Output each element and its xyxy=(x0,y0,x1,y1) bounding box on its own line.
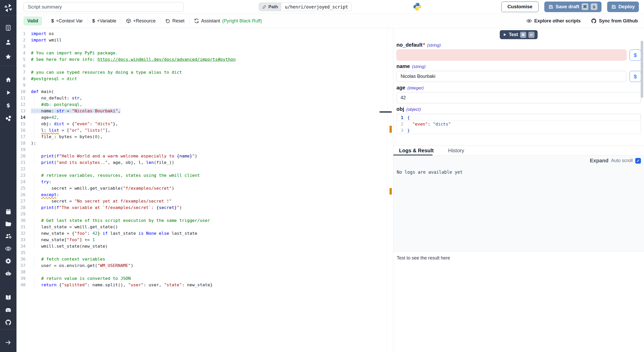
code-line[interactable]: 40 return {"splitted": name.split(), "us… xyxy=(16,282,387,288)
field-input-no_default[interactable] xyxy=(396,49,626,61)
code-line[interactable]: 34 wmill.set_state(new_state) xyxy=(16,243,387,249)
code-editor[interactable]: 1import os2import wmill34# You can impor… xyxy=(16,28,387,352)
code-line[interactable]: 3 xyxy=(16,43,387,50)
code-line[interactable]: 8#postgresql = dict xyxy=(16,76,387,82)
code-line[interactable]: 27 secret = "No secret yet at f/examples… xyxy=(16,198,387,204)
save-draft-button[interactable]: Save draft ⌘ S xyxy=(544,2,601,12)
code-line[interactable]: 25 secret = wmill.get_variable("f/exampl… xyxy=(16,185,387,191)
json-line[interactable]: 1{ xyxy=(397,114,641,121)
code-line[interactable]: 14 age=42, xyxy=(16,114,387,121)
floppy-icon xyxy=(548,4,553,9)
toolbar-explore-other-scripts[interactable]: Explore other scripts xyxy=(526,18,581,24)
sidebar-item-user[interactable] xyxy=(0,35,16,49)
windmill-logo[interactable] xyxy=(0,0,16,16)
sidebar-item-calendar[interactable] xyxy=(0,205,16,218)
field-input-age[interactable] xyxy=(396,92,641,103)
code-line[interactable]: 2import wmill xyxy=(16,37,387,43)
package-icon xyxy=(126,18,131,23)
sidebar-item-star[interactable] xyxy=(0,49,16,64)
eye-icon xyxy=(526,18,532,24)
toolbar-sync-from-github[interactable]: Sync from Github xyxy=(591,18,638,24)
code-line[interactable]: 35 xyxy=(16,249,387,256)
sidebar-item-discord[interactable] xyxy=(0,304,16,316)
code-line[interactable]: 39 # return value is converted to JSON xyxy=(16,275,387,282)
sidebar-item-play[interactable] xyxy=(0,86,16,99)
save-draft-label: Save draft xyxy=(556,4,579,10)
toolbar-item--resource[interactable]: +Resource xyxy=(121,18,160,24)
pencil-icon xyxy=(262,5,267,9)
form-scrollbar[interactable] xyxy=(641,41,643,98)
play-icon xyxy=(5,90,11,96)
customise-button[interactable]: Customise xyxy=(501,2,539,12)
code-line[interactable]: 1import os xyxy=(16,30,387,37)
sidebar-item-gear[interactable] xyxy=(0,255,16,267)
code-line-text: # You can import any PyPi package. xyxy=(31,50,118,56)
toolbar-item-assistant[interactable]: Assistant(Pyright Black Ruff) xyxy=(189,18,267,24)
json-line[interactable]: 2 "even": "dicts" xyxy=(397,121,641,127)
code-line[interactable]: 18): xyxy=(16,140,387,146)
json-line[interactable]: 3} xyxy=(397,127,641,134)
code-line[interactable]: 11 no_default: str, xyxy=(16,95,387,101)
script-summary-input[interactable] xyxy=(23,2,184,12)
expand-button[interactable]: Expand xyxy=(590,158,608,164)
code-line[interactable]: 10def main( xyxy=(16,88,387,95)
sidebar-item-book[interactable] xyxy=(0,291,16,304)
code-line[interactable]: 4# You can import any PyPi package. xyxy=(16,50,387,56)
path-button[interactable]: Path u/henri/overjoyed_script xyxy=(259,3,352,11)
toolbar-item--variable[interactable]: $+Variable xyxy=(88,18,121,24)
code-line[interactable]: 15 obj: dict = {"even": "dicts"}, xyxy=(16,121,387,127)
field-input-name[interactable] xyxy=(396,71,626,82)
autoscroll-checkbox[interactable]: ✓ xyxy=(635,158,641,164)
code-line[interactable]: 28 print(f"The variable at `f/examples/s… xyxy=(16,204,387,211)
sidebar-item-building[interactable] xyxy=(0,21,16,35)
code-line[interactable]: 12 #db: postgresql, xyxy=(16,101,387,108)
code-line[interactable]: 29 xyxy=(16,211,387,217)
toolbar-item--context-var[interactable]: $+Context Var xyxy=(47,18,87,24)
code-line[interactable]: 20 print(f"Hello World and a warm welcom… xyxy=(16,153,387,159)
insert-variable-button[interactable]: $ xyxy=(630,49,641,61)
code-line[interactable]: 36 # fetch context variables xyxy=(16,256,387,262)
code-line[interactable]: 32 new_state = {"foo": 42} if last_state… xyxy=(16,230,387,237)
line-number: 35 xyxy=(16,249,26,256)
code-line[interactable]: 17 file_: bytes = bytes(0), xyxy=(16,133,387,140)
reset-icon xyxy=(165,18,170,23)
code-line[interactable]: 24 try: xyxy=(16,179,387,185)
sidebar-item-users-gear[interactable] xyxy=(0,230,16,242)
tab-history[interactable]: History xyxy=(448,148,464,154)
code-line[interactable]: 30 # Get last state of this script execu… xyxy=(16,217,387,224)
code-line[interactable]: 26 except: xyxy=(16,191,387,198)
code-line[interactable]: 19 xyxy=(16,146,387,153)
sidebar-item-eye-clock[interactable] xyxy=(0,242,16,255)
sidebar-item-github[interactable] xyxy=(0,316,16,329)
code-line[interactable]: 5# See here for more info: https://docs.… xyxy=(16,56,387,63)
code-line[interactable]: 16 l: list = ["or", "lists!"], xyxy=(16,127,387,133)
code-line[interactable]: 13····name:·str·=·"Nicolas·Bourbaki", xyxy=(16,108,387,114)
code-line-text: print(f"Hello World and a warm welcome e… xyxy=(31,153,197,159)
code-line[interactable]: 22 xyxy=(16,166,387,172)
code-line[interactable]: 38 xyxy=(16,269,387,275)
sidebar-item-folder[interactable] xyxy=(0,218,16,230)
line-number: 23 xyxy=(16,172,26,179)
path-label: Path xyxy=(268,4,278,10)
sidebar-item-dollar[interactable]: $ xyxy=(0,99,16,112)
test-button[interactable]: Test ⌘ ↵ xyxy=(500,30,538,39)
sidebar-item-arrow-right[interactable] xyxy=(0,336,16,349)
code-line[interactable]: 33 new_state["foo"] += 1 xyxy=(16,237,387,243)
sidebar-item-home[interactable] xyxy=(0,73,16,86)
json-object-editor[interactable]: 1{2 "even": "dicts"3} xyxy=(396,114,641,134)
code-line[interactable]: 9 xyxy=(16,82,387,88)
code-line[interactable]: 31 last_state = wmill.get_state() xyxy=(16,224,387,230)
sidebar-item-cubes[interactable] xyxy=(0,112,16,125)
path-label-segment: Path xyxy=(259,3,281,11)
toolbar-item-reset[interactable]: Reset xyxy=(160,18,189,24)
deploy-button[interactable]: Deploy xyxy=(607,2,639,12)
sidebar-item-robot[interactable] xyxy=(0,267,16,280)
code-line[interactable]: 7# you can use typed resources by doing … xyxy=(16,69,387,76)
code-line[interactable]: 6 xyxy=(16,63,387,69)
code-line[interactable]: 37 user = os.environ.get("WM_USERNAME") xyxy=(16,262,387,269)
code-line[interactable]: 23 # retrieve variables, resources, stat… xyxy=(16,172,387,179)
insert-variable-button[interactable]: $ xyxy=(630,71,641,82)
code-line[interactable]: 21 print("and its acolytes..", age, obj,… xyxy=(16,159,387,166)
tab-logs-result[interactable]: Logs & Result xyxy=(399,148,434,154)
panel-resize-handle[interactable] xyxy=(379,111,392,113)
